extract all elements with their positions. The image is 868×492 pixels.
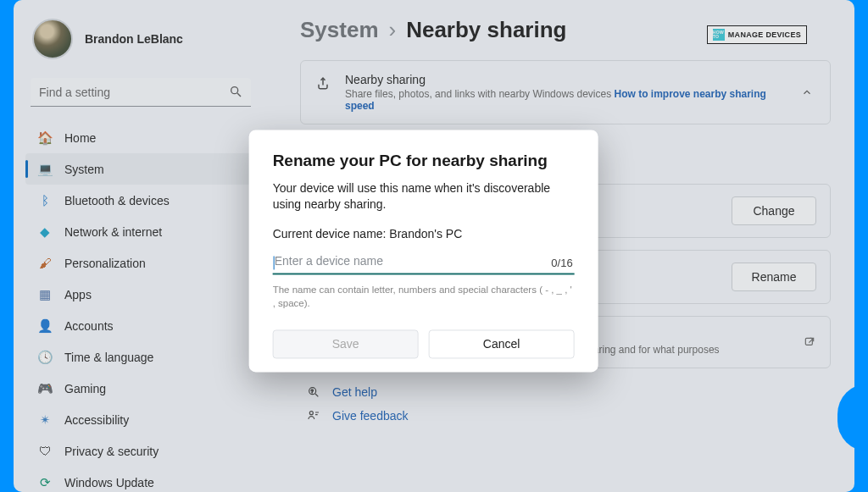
- bluetooth-icon: ᛒ: [37, 193, 53, 208]
- current-device-name: Current device name: Brandon's PC: [273, 227, 575, 240]
- get-help-link[interactable]: ?Get help: [307, 385, 831, 399]
- apps-icon: ▦: [37, 287, 53, 302]
- modal-title: Rename your PC for nearby sharing: [273, 152, 575, 170]
- user-name: Brandon LeBlanc: [85, 32, 183, 46]
- accessibility-icon: ✴: [37, 412, 53, 428]
- feedback-icon: [307, 409, 322, 423]
- svg-rect-2: [805, 338, 812, 345]
- panel-title: Nearby sharing: [345, 73, 782, 86]
- logo-square: HOW TO: [713, 29, 725, 41]
- svg-point-0: [231, 87, 238, 94]
- panel-sub: Share files, photos, and links with near…: [345, 88, 782, 112]
- sidebar-item-time[interactable]: 🕓Time & language: [25, 341, 256, 373]
- nearby-sharing-panel[interactable]: Nearby sharing Share files, photos, and …: [300, 60, 831, 124]
- user-block[interactable]: Brandon LeBlanc: [25, 15, 256, 75]
- sidebar-item-network[interactable]: ◆Network & internet: [25, 216, 256, 247]
- update-icon: ⟳: [37, 475, 53, 490]
- device-name-input[interactable]: [273, 249, 575, 274]
- sidebar-item-accounts[interactable]: 👤Accounts: [25, 310, 256, 341]
- system-icon: 💻: [37, 162, 53, 177]
- brush-icon: 🖌: [37, 256, 53, 271]
- modal-body: Your device will use this name when it's…: [273, 180, 575, 213]
- sidebar-item-bluetooth[interactable]: ᛒBluetooth & devices: [25, 185, 256, 216]
- sidebar-item-accessibility[interactable]: ✴Accessibility: [25, 404, 256, 435]
- sidebar-item-update[interactable]: ⟳Windows Update: [25, 467, 256, 492]
- avatar: [32, 19, 73, 59]
- nav-list: 🏠Home 💻System ᛒBluetooth & devices ◆Netw…: [25, 122, 256, 492]
- gaming-icon: 🎮: [37, 381, 53, 396]
- chevron-up-icon: [801, 86, 813, 98]
- sidebar-item-gaming[interactable]: 🎮Gaming: [25, 373, 256, 404]
- change-button[interactable]: Change: [732, 196, 816, 225]
- watermark-logo: HOW TO MANAGE DEVICES: [707, 25, 807, 44]
- help-links: ?Get help Give feedback: [300, 385, 831, 423]
- sidebar-item-home[interactable]: 🏠Home: [25, 122, 256, 153]
- sidebar-item-system[interactable]: 💻System: [25, 153, 256, 185]
- modal-hint: The name can contain letter, numbers and…: [273, 283, 575, 311]
- logo-text: MANAGE DEVICES: [728, 30, 801, 39]
- search-icon: [229, 85, 242, 98]
- svg-point-6: [309, 412, 313, 415]
- clock-icon: 🕓: [37, 350, 53, 365]
- svg-line-4: [315, 394, 318, 396]
- svg-line-1: [237, 93, 241, 97]
- search-input[interactable]: [31, 78, 251, 107]
- search-wrap: [31, 78, 251, 107]
- network-icon: ◆: [37, 224, 53, 240]
- breadcrumb-root[interactable]: System: [300, 17, 379, 43]
- share-icon: [314, 75, 333, 112]
- cancel-button[interactable]: Cancel: [429, 329, 575, 358]
- breadcrumb-sep: ›: [389, 17, 397, 43]
- sidebar-item-apps[interactable]: ▦Apps: [25, 279, 256, 310]
- sidebar: Brandon LeBlanc 🏠Home 💻System ᛒBluetooth…: [14, 0, 268, 492]
- help-icon: ?: [307, 385, 322, 399]
- svg-text:?: ?: [311, 389, 314, 394]
- rename-button[interactable]: Rename: [732, 263, 816, 291]
- accounts-icon: 👤: [37, 318, 53, 334]
- sidebar-item-privacy[interactable]: 🛡Privacy & security: [25, 435, 256, 467]
- char-counter: 0/16: [551, 257, 572, 269]
- page-title: Nearby sharing: [406, 17, 566, 43]
- feedback-link[interactable]: Give feedback: [307, 409, 831, 423]
- sidebar-item-personalization[interactable]: 🖌Personalization: [25, 247, 256, 279]
- shield-icon: 🛡: [37, 444, 53, 459]
- text-caret: [274, 256, 275, 269]
- save-button[interactable]: Save: [273, 329, 419, 358]
- rename-modal: Rename your PC for nearby sharing Your d…: [249, 130, 598, 373]
- external-link-icon: [803, 335, 816, 349]
- home-icon: 🏠: [37, 130, 53, 146]
